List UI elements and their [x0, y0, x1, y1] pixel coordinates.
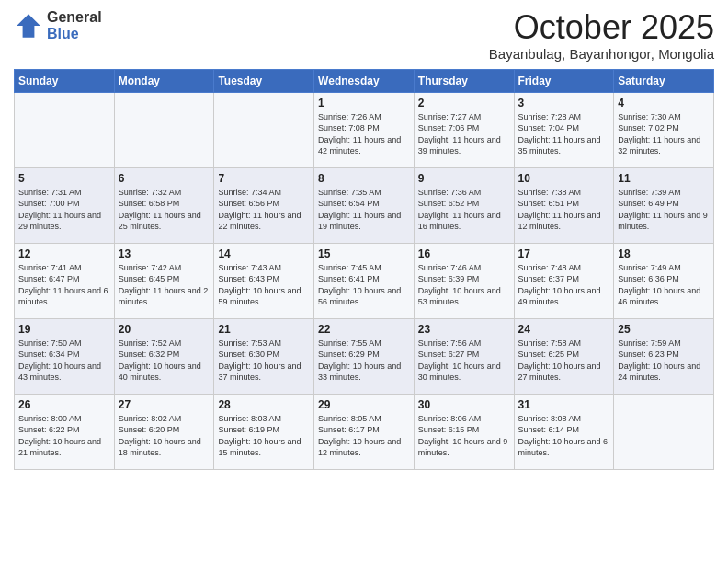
day-number: 22 [318, 323, 410, 336]
day-info: Sunrise: 7:28 AM Sunset: 7:04 PM Dayligh… [518, 111, 610, 157]
day-number: 30 [418, 398, 510, 411]
calendar-cell: 31Sunrise: 8:08 AM Sunset: 6:14 PM Dayli… [514, 394, 614, 469]
svg-marker-0 [17, 14, 40, 38]
col-monday: Monday [114, 69, 214, 92]
day-number: 13 [119, 247, 210, 260]
day-number: 17 [518, 247, 610, 260]
day-number: 23 [418, 323, 510, 336]
day-number: 12 [18, 247, 110, 260]
day-number: 11 [618, 172, 710, 185]
day-info: Sunrise: 7:55 AM Sunset: 6:29 PM Dayligh… [318, 338, 410, 384]
calendar-cell: 21Sunrise: 7:53 AM Sunset: 6:30 PM Dayli… [214, 318, 314, 394]
day-number: 7 [218, 172, 310, 185]
day-info: Sunrise: 7:31 AM Sunset: 7:00 PM Dayligh… [18, 187, 110, 233]
calendar-cell [614, 394, 714, 469]
calendar-cell: 26Sunrise: 8:00 AM Sunset: 6:22 PM Dayli… [15, 394, 115, 469]
day-info: Sunrise: 8:00 AM Sunset: 6:22 PM Dayligh… [18, 413, 110, 459]
header-row: Sunday Monday Tuesday Wednesday Thursday… [15, 69, 714, 92]
calendar-week-3: 19Sunrise: 7:50 AM Sunset: 6:34 PM Dayli… [15, 318, 714, 394]
day-number: 5 [18, 172, 110, 185]
day-info: Sunrise: 7:39 AM Sunset: 6:49 PM Dayligh… [618, 187, 710, 233]
calendar-cell: 19Sunrise: 7:50 AM Sunset: 6:34 PM Dayli… [15, 318, 115, 394]
month-title: October 2025 [489, 9, 714, 46]
day-number: 1 [318, 97, 410, 109]
day-number: 20 [119, 323, 210, 336]
day-info: Sunrise: 8:06 AM Sunset: 6:15 PM Dayligh… [418, 413, 510, 459]
day-info: Sunrise: 7:30 AM Sunset: 7:02 PM Dayligh… [618, 111, 710, 157]
logo-icon [14, 11, 43, 40]
calendar-cell: 10Sunrise: 7:38 AM Sunset: 6:51 PM Dayli… [514, 167, 614, 243]
day-number: 31 [518, 398, 610, 411]
day-number: 10 [518, 172, 610, 185]
calendar-week-0: 1Sunrise: 7:26 AM Sunset: 7:08 PM Daylig… [15, 92, 714, 167]
day-info: Sunrise: 7:34 AM Sunset: 6:56 PM Dayligh… [218, 187, 310, 233]
col-thursday: Thursday [414, 69, 514, 92]
day-number: 16 [418, 247, 510, 260]
calendar-cell: 27Sunrise: 8:02 AM Sunset: 6:20 PM Dayli… [114, 394, 214, 469]
day-number: 27 [119, 398, 210, 411]
col-friday: Friday [514, 69, 614, 92]
calendar-cell: 5Sunrise: 7:31 AM Sunset: 7:00 PM Daylig… [15, 167, 115, 243]
calendar-cell: 8Sunrise: 7:35 AM Sunset: 6:54 PM Daylig… [314, 167, 415, 243]
logo-text: General Blue [47, 9, 102, 41]
day-info: Sunrise: 7:35 AM Sunset: 6:54 PM Dayligh… [318, 187, 410, 233]
day-number: 26 [18, 398, 110, 411]
col-wednesday: Wednesday [314, 69, 415, 92]
day-number: 18 [618, 247, 710, 260]
day-info: Sunrise: 7:49 AM Sunset: 6:36 PM Dayligh… [618, 262, 710, 308]
day-info: Sunrise: 7:36 AM Sunset: 6:52 PM Dayligh… [418, 187, 510, 233]
calendar-cell: 25Sunrise: 7:59 AM Sunset: 6:23 PM Dayli… [614, 318, 714, 394]
day-info: Sunrise: 7:27 AM Sunset: 7:06 PM Dayligh… [418, 111, 510, 157]
calendar-cell: 18Sunrise: 7:49 AM Sunset: 6:36 PM Dayli… [614, 243, 714, 318]
day-info: Sunrise: 7:41 AM Sunset: 6:47 PM Dayligh… [18, 262, 110, 308]
day-info: Sunrise: 7:56 AM Sunset: 6:27 PM Dayligh… [418, 338, 510, 384]
day-info: Sunrise: 7:53 AM Sunset: 6:30 PM Dayligh… [218, 338, 310, 384]
day-info: Sunrise: 7:46 AM Sunset: 6:39 PM Dayligh… [418, 262, 510, 308]
col-sunday: Sunday [15, 69, 115, 92]
logo-general-text: General [47, 9, 102, 26]
calendar-cell: 3Sunrise: 7:28 AM Sunset: 7:04 PM Daylig… [514, 92, 614, 167]
calendar-cell: 23Sunrise: 7:56 AM Sunset: 6:27 PM Dayli… [414, 318, 514, 394]
day-info: Sunrise: 8:05 AM Sunset: 6:17 PM Dayligh… [318, 413, 410, 459]
day-number: 2 [418, 97, 510, 109]
calendar-cell: 6Sunrise: 7:32 AM Sunset: 6:58 PM Daylig… [114, 167, 214, 243]
header: General Blue October 2025 Bayanbulag, Ba… [14, 9, 714, 62]
day-number: 3 [518, 97, 610, 109]
day-number: 8 [318, 172, 410, 185]
logo: General Blue [14, 9, 102, 41]
calendar-cell: 28Sunrise: 8:03 AM Sunset: 6:19 PM Dayli… [214, 394, 314, 469]
calendar-cell: 11Sunrise: 7:39 AM Sunset: 6:49 PM Dayli… [614, 167, 714, 243]
day-info: Sunrise: 8:03 AM Sunset: 6:19 PM Dayligh… [218, 413, 310, 459]
day-info: Sunrise: 7:50 AM Sunset: 6:34 PM Dayligh… [18, 338, 110, 384]
day-number: 4 [618, 97, 710, 109]
calendar-week-1: 5Sunrise: 7:31 AM Sunset: 7:00 PM Daylig… [15, 167, 714, 243]
day-number: 9 [418, 172, 510, 185]
title-block: October 2025 Bayanbulag, Bayanhongor, Mo… [489, 9, 714, 62]
logo-blue-text: Blue [47, 26, 102, 42]
day-info: Sunrise: 7:59 AM Sunset: 6:23 PM Dayligh… [618, 338, 710, 384]
day-info: Sunrise: 8:02 AM Sunset: 6:20 PM Dayligh… [119, 413, 210, 459]
day-info: Sunrise: 7:52 AM Sunset: 6:32 PM Dayligh… [119, 338, 210, 384]
day-number: 29 [318, 398, 410, 411]
calendar-cell: 17Sunrise: 7:48 AM Sunset: 6:37 PM Dayli… [514, 243, 614, 318]
calendar-table: Sunday Monday Tuesday Wednesday Thursday… [14, 69, 714, 470]
calendar-cell: 30Sunrise: 8:06 AM Sunset: 6:15 PM Dayli… [414, 394, 514, 469]
col-tuesday: Tuesday [214, 69, 314, 92]
calendar-cell: 9Sunrise: 7:36 AM Sunset: 6:52 PM Daylig… [414, 167, 514, 243]
calendar-cell: 1Sunrise: 7:26 AM Sunset: 7:08 PM Daylig… [314, 92, 415, 167]
calendar-week-2: 12Sunrise: 7:41 AM Sunset: 6:47 PM Dayli… [15, 243, 714, 318]
day-number: 25 [618, 323, 710, 336]
location: Bayanbulag, Bayanhongor, Mongolia [489, 46, 714, 62]
day-info: Sunrise: 7:26 AM Sunset: 7:08 PM Dayligh… [318, 111, 410, 157]
day-number: 6 [119, 172, 210, 185]
calendar-cell: 22Sunrise: 7:55 AM Sunset: 6:29 PM Dayli… [314, 318, 415, 394]
calendar-cell: 2Sunrise: 7:27 AM Sunset: 7:06 PM Daylig… [414, 92, 514, 167]
calendar-page: General Blue October 2025 Bayanbulag, Ba… [0, 0, 728, 563]
day-number: 19 [18, 323, 110, 336]
calendar-cell [214, 92, 314, 167]
calendar-cell [15, 92, 115, 167]
day-info: Sunrise: 7:58 AM Sunset: 6:25 PM Dayligh… [518, 338, 610, 384]
day-info: Sunrise: 7:48 AM Sunset: 6:37 PM Dayligh… [518, 262, 610, 308]
calendar-cell: 7Sunrise: 7:34 AM Sunset: 6:56 PM Daylig… [214, 167, 314, 243]
day-number: 24 [518, 323, 610, 336]
